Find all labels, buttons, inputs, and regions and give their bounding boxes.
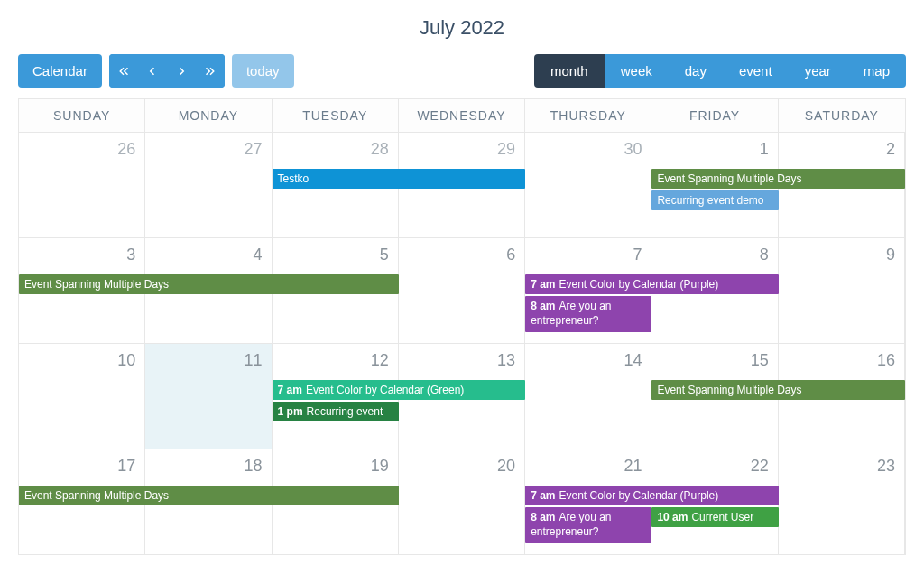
day-number: 14 [531, 347, 645, 395]
day-number: 30 [531, 136, 645, 184]
event-time: 10 am [657, 511, 688, 523]
view-month[interactable]: month [534, 54, 605, 88]
day-cell[interactable]: 27 [145, 133, 272, 237]
day-cell[interactable]: 30 [525, 133, 651, 237]
day-header: TUESDAY [273, 99, 399, 133]
event-title: Event Spanning Multiple Days [24, 489, 169, 502]
next-button[interactable] [167, 54, 196, 88]
view-day[interactable]: day [669, 54, 723, 88]
chevron-right-icon [176, 66, 187, 77]
day-header: WEDNESDAY [399, 99, 525, 133]
chevron-left-icon [147, 66, 158, 77]
day-cell[interactable]: 6 [399, 238, 525, 343]
event-time: 8 am [531, 300, 555, 312]
event-time: 8 am [531, 511, 555, 523]
day-cell[interactable]: 20 [399, 449, 525, 554]
day-number: 9 [784, 242, 899, 290]
calendar-button[interactable]: Calendar [18, 54, 102, 88]
view-switcher: monthweekdayeventyearmap [534, 54, 906, 88]
nav-button-group [109, 54, 225, 88]
day-cell[interactable]: 11 [145, 344, 272, 449]
chevron-double-left-icon [118, 66, 129, 77]
event[interactable]: 1 pmRecurring event [273, 402, 399, 421]
view-week[interactable]: week [605, 54, 669, 88]
event-title: Event Spanning Multiple Days [24, 278, 169, 291]
day-number: 11 [151, 347, 265, 395]
page-title: July 2022 [18, 16, 906, 40]
toolbar: Calendar today monthweekdayeventyearmap [18, 54, 906, 88]
day-header: THURSDAY [525, 99, 651, 133]
last-button[interactable] [196, 54, 225, 88]
event[interactable]: Recurring event demo [651, 190, 778, 210]
view-map[interactable]: map [847, 54, 906, 88]
event-time: 7 am [531, 489, 555, 502]
event-time: 1 pm [278, 405, 303, 418]
event-title: Testko [278, 172, 310, 185]
day-cell[interactable]: 26 [19, 133, 145, 237]
event-title: Recurring event [307, 405, 383, 418]
calendar-grid: SUNDAYMONDAYTUESDAYWEDNESDAYTHURSDAYFRID… [18, 98, 906, 555]
event[interactable]: 7 amEvent Color by Calendar (Purple) [525, 486, 779, 505]
week-row: 262728293012TestkoEvent Spanning Multipl… [19, 133, 905, 238]
event[interactable]: 7 amEvent Color by Calendar (Purple) [525, 274, 779, 294]
week-row: 101112131415167 amEvent Color by Calenda… [19, 344, 905, 449]
day-number: 6 [404, 242, 519, 290]
day-header: SATURDAY [779, 99, 905, 133]
event-time: 7 am [531, 278, 555, 291]
day-number: 20 [404, 453, 519, 501]
prev-button[interactable] [138, 54, 167, 88]
day-number: 10 [24, 347, 139, 395]
first-button[interactable] [109, 54, 138, 88]
day-number: 27 [151, 136, 265, 184]
view-year[interactable]: year [789, 54, 847, 88]
week-row: 17181920212223Event Spanning Multiple Da… [19, 449, 905, 554]
day-cell[interactable]: 10 [19, 344, 145, 449]
event[interactable]: Event Spanning Multiple Days [19, 274, 399, 294]
event-title: Current User [691, 511, 753, 523]
event[interactable]: 8 amAre you an entrepreneur? [525, 296, 651, 332]
event-title: Event Spanning Multiple Days [657, 384, 801, 396]
today-button[interactable]: today [232, 54, 294, 88]
event[interactable]: Event Spanning Multiple Days [651, 169, 905, 189]
week-row: 3456789Event Spanning Multiple Days7 amE… [19, 238, 905, 344]
event-title: Event Color by Calendar (Green) [306, 384, 464, 396]
event[interactable]: Event Spanning Multiple Days [19, 486, 399, 505]
day-cell[interactable]: 9 [779, 238, 905, 343]
day-cell[interactable]: 23 [779, 449, 905, 554]
event-time: 7 am [278, 384, 302, 396]
chevron-double-right-icon [205, 66, 216, 77]
event-title: Event Color by Calendar (Purple) [559, 278, 719, 291]
event[interactable]: 10 amCurrent User [651, 507, 778, 527]
day-header: SUNDAY [19, 99, 145, 133]
event-title: Event Color by Calendar (Purple) [559, 489, 719, 502]
event[interactable]: Testko [273, 169, 526, 189]
event-title: Recurring event demo [657, 194, 763, 207]
day-header: MONDAY [145, 99, 272, 133]
day-cell[interactable]: 14 [525, 344, 651, 449]
event-title: Event Spanning Multiple Days [657, 172, 801, 185]
view-event[interactable]: event [723, 54, 789, 88]
day-header: FRIDAY [651, 99, 778, 133]
event[interactable]: 7 amEvent Color by Calendar (Green) [273, 380, 526, 400]
event[interactable]: Event Spanning Multiple Days [651, 380, 905, 400]
day-number: 26 [24, 136, 139, 184]
event[interactable]: 8 amAre you an entrepreneur? [525, 507, 651, 543]
day-number: 23 [784, 453, 899, 501]
